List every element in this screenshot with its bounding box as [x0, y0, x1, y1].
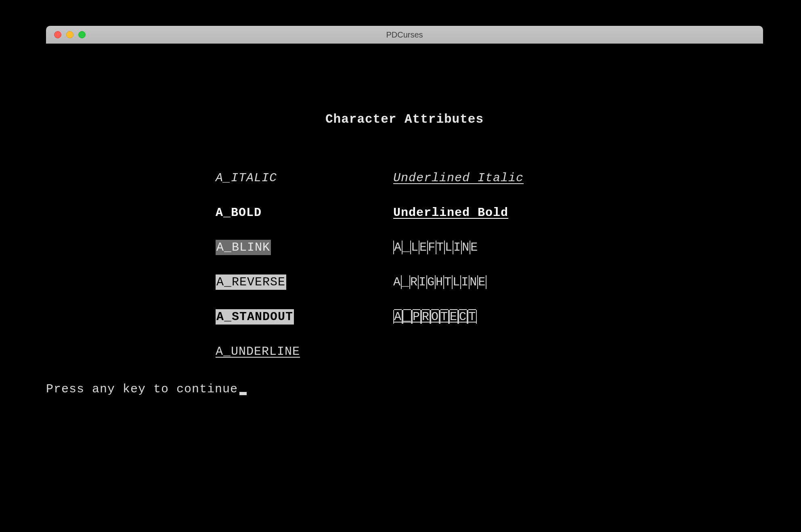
window-title: PDCurses [386, 30, 423, 40]
attr-underline: A_UNDERLINE [216, 345, 300, 358]
close-icon[interactable] [54, 31, 61, 38]
attr-row: A_ITALIC Underlined Italic [216, 171, 763, 185]
terminal-viewport[interactable]: Character Attributes A_ITALIC Underlined… [46, 44, 763, 396]
attr-rightline: A_RIGHTLINE [393, 275, 486, 289]
cursor-icon [239, 392, 247, 395]
attr-protect: A_PROTECT [393, 310, 477, 324]
attr-italic: A_ITALIC [216, 171, 277, 185]
prompt-line: Press any key to continue [46, 382, 763, 396]
attr-reverse: A_REVERSE [216, 274, 286, 290]
attr-row: A_UNDERLINE [216, 344, 763, 359]
attr-row: A_REVERSE A_RIGHTLINE [216, 275, 763, 289]
attr-bold: A_BOLD [216, 206, 262, 220]
minimize-icon[interactable] [66, 31, 73, 38]
page-title: Character Attributes [46, 112, 763, 126]
maximize-icon[interactable] [78, 31, 86, 38]
attr-underlined-italic: Underlined Italic [393, 171, 524, 185]
attr-standout: A_STANDOUT [216, 309, 294, 325]
attributes-grid: A_ITALIC Underlined Italic A_BOLD Underl… [216, 171, 763, 359]
app-window: PDCurses Character Attributes A_ITALIC U… [46, 26, 763, 396]
attr-underlined-bold: Underlined Bold [393, 206, 508, 220]
attr-row: A_STANDOUT A_PROTECT [216, 310, 763, 324]
attr-row: A_BOLD Underlined Bold [216, 205, 763, 220]
window-controls [54, 31, 86, 38]
attr-leftline: A_LEFTLINE [393, 241, 478, 254]
window-titlebar: PDCurses [46, 26, 763, 44]
prompt-text: Press any key to continue [46, 382, 238, 396]
attr-row: A_BLINK A_LEFTLINE [216, 240, 763, 255]
attr-blink: A_BLINK [216, 240, 271, 255]
